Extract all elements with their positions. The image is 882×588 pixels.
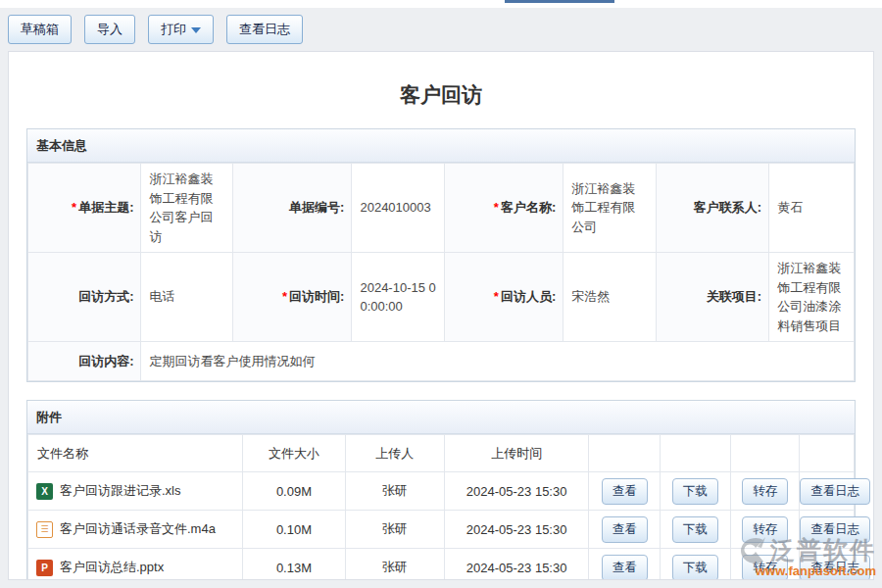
view-file-button[interactable]: 查看 (602, 478, 648, 505)
top-strip (0, 0, 882, 8)
view-file-log-button[interactable]: 查看日志 (800, 555, 870, 581)
attachments-section: 附件 文件名称 文件大小 上传人 上传时间 客 (26, 400, 856, 580)
download-file-button[interactable]: 下载 (672, 478, 718, 505)
field-value-visit-person: 宋浩然 (564, 253, 656, 342)
dropdown-caret-icon (191, 27, 201, 33)
field-label-doc-number: 单据编号: (233, 164, 352, 253)
download-file-button[interactable]: 下载 (672, 516, 718, 543)
attachment-row: 客户回访跟进记录.xls 0.09M 张研 2024-05-23 15:30 查… (28, 472, 855, 511)
view-file-button[interactable]: 查看 (602, 555, 648, 581)
required-asterisk: * (282, 289, 287, 304)
toolbar: 草稿箱 导入 打印 查看日志 (0, 8, 882, 51)
column-header-uploader: 上传人 (345, 435, 444, 472)
upload-time: 2024-05-23 15:30 (444, 549, 589, 581)
file-name: 客户回访跟进记录.xls (60, 482, 181, 500)
field-label-visit-time: *回访时间: (233, 253, 352, 342)
field-value-customer-name: 浙江裕鑫装饰工程有限公司 (564, 164, 656, 253)
transfer-file-button[interactable]: 转存 (742, 555, 788, 581)
required-asterisk: * (494, 200, 499, 215)
attachment-row: 客户回访通话录音文件.m4a 0.10M 张研 2024-05-23 15:30… (28, 511, 855, 549)
uploader: 张研 (345, 472, 444, 511)
import-button-label: 导入 (97, 21, 122, 38)
field-label-related-project: 关联项目: (656, 253, 768, 342)
attachments-section-title: 附件 (36, 410, 62, 424)
print-button[interactable]: 打印 (148, 15, 214, 44)
field-value-doc-number: 2024010003 (352, 164, 444, 253)
column-header-upload-time: 上传时间 (444, 435, 589, 472)
file-name: 客户回访总结.pptx (60, 559, 164, 576)
field-label-customer-contact: 客户联系人: (656, 164, 768, 253)
field-label-doc-subject: *单据主题: (28, 164, 141, 253)
audio-file-icon (36, 521, 53, 538)
page-title: 客户回访 (9, 52, 873, 105)
excel-file-icon (36, 483, 53, 500)
attachments-table: 文件名称 文件大小 上传人 上传时间 客户回访跟进记录.xls 0.09M 张研 (27, 434, 855, 580)
field-label-visit-content: 回访内容: (28, 342, 141, 381)
column-header-file-name: 文件名称 (28, 435, 243, 472)
field-value-visit-content: 定期回访看客户使用情况如何 (141, 342, 855, 381)
active-tab-indicator (505, 0, 614, 3)
field-value-visit-time: 2024-10-15 00:00:00 (352, 253, 444, 342)
column-header-file-size: 文件大小 (243, 435, 346, 472)
field-label-customer-name: *客户名称: (444, 164, 563, 253)
basic-info-section-title: 基本信息 (36, 138, 87, 153)
file-size: 0.09M (243, 472, 346, 511)
view-file-log-button[interactable]: 查看日志 (800, 516, 870, 543)
column-header-action-2 (660, 435, 730, 472)
field-value-visit-method: 电话 (141, 253, 233, 342)
file-size: 0.10M (243, 511, 346, 549)
uploader: 张研 (345, 549, 444, 581)
attachments-section-header: 附件 (27, 401, 855, 434)
field-value-doc-subject: 浙江裕鑫装饰工程有限公司客户回访 (141, 164, 233, 253)
field-label-visit-person: *回访人员: (444, 253, 563, 342)
import-button[interactable]: 导入 (84, 15, 135, 44)
transfer-file-button[interactable]: 转存 (742, 516, 788, 543)
powerpoint-file-icon (36, 560, 53, 576)
print-button-label: 打印 (161, 21, 186, 38)
column-header-action-4 (800, 435, 855, 472)
draftbox-button[interactable]: 草稿箱 (8, 15, 72, 44)
required-asterisk: * (494, 289, 499, 304)
view-file-button[interactable]: 查看 (602, 516, 648, 543)
upload-time: 2024-05-23 15:30 (444, 472, 589, 511)
transfer-file-button[interactable]: 转存 (742, 478, 788, 505)
field-value-related-project: 浙江裕鑫装饰工程有限公司油漆涂料销售项目 (769, 253, 855, 342)
field-label-visit-method: 回访方式: (28, 253, 141, 342)
basic-info-section: 基本信息 *单据主题: 浙江裕鑫装饰工程有限公司客户回访 单据编号: 20240… (26, 128, 856, 382)
basic-info-section-header: 基本信息 (27, 129, 855, 163)
main-panel: 客户回访 基本信息 *单据主题: 浙江裕鑫装饰工程有限公司客户回访 单据编号: … (8, 51, 874, 580)
uploader: 张研 (345, 511, 444, 549)
column-header-action-3 (731, 435, 800, 472)
view-log-button-label: 查看日志 (239, 21, 290, 38)
upload-time: 2024-05-23 15:30 (444, 511, 589, 549)
file-name: 客户回访通话录音文件.m4a (60, 520, 216, 538)
attachment-row: 客户回访总结.pptx 0.13M 张研 2024-05-23 15:30 查看… (28, 549, 855, 581)
view-file-log-button[interactable]: 查看日志 (800, 478, 870, 505)
column-header-action-1 (589, 435, 660, 472)
basic-info-table: *单据主题: 浙江裕鑫装饰工程有限公司客户回访 单据编号: 2024010003… (27, 163, 855, 381)
draftbox-button-label: 草稿箱 (21, 21, 59, 38)
download-file-button[interactable]: 下载 (672, 555, 718, 581)
file-size: 0.13M (243, 549, 346, 581)
view-log-button[interactable]: 查看日志 (226, 15, 303, 44)
field-value-customer-contact: 黄石 (769, 164, 855, 253)
required-asterisk: * (72, 200, 76, 215)
